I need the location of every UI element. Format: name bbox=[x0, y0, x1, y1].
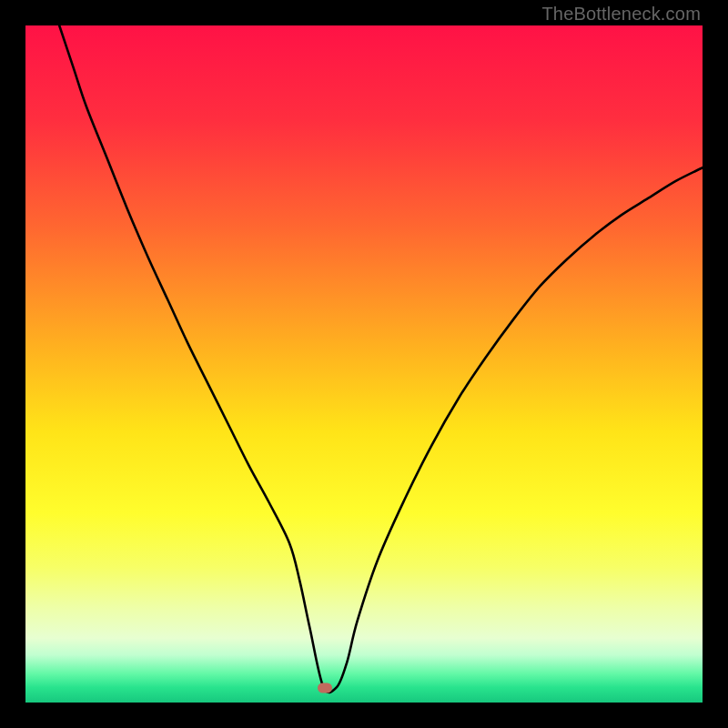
watermark-text: TheBottleneck.com bbox=[541, 4, 701, 25]
bottleneck-curve bbox=[25, 25, 703, 703]
optimum-marker bbox=[318, 682, 332, 693]
chart-frame: TheBottleneck.com bbox=[0, 0, 728, 728]
plot-area bbox=[25, 25, 703, 703]
